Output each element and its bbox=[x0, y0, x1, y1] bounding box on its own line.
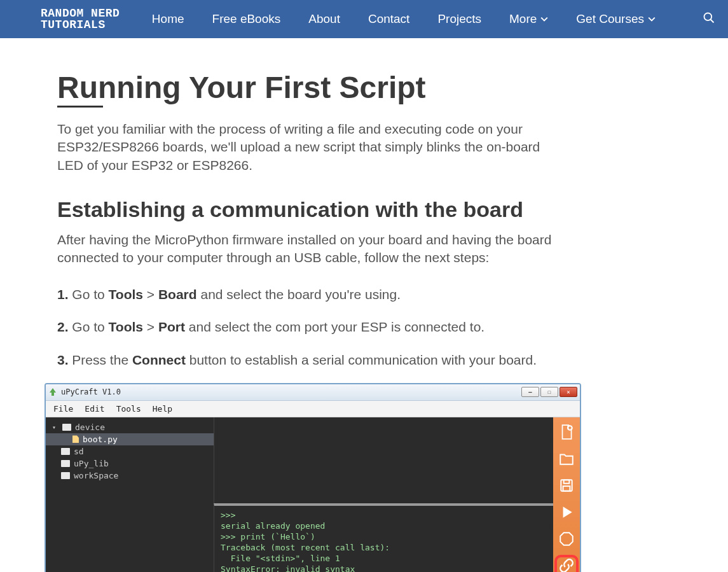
step-number: 2. bbox=[57, 319, 69, 334]
nav-get-courses-label: Get Courses bbox=[576, 12, 644, 26]
svg-rect-5 bbox=[563, 486, 570, 491]
step-2: 2. Go to Tools > Port and select the com… bbox=[57, 317, 671, 336]
step-3: 3. Press the Connect button to establish… bbox=[57, 351, 671, 369]
nav-free-ebooks[interactable]: Free eBooks bbox=[212, 12, 281, 26]
open-file-icon bbox=[558, 450, 575, 469]
step-number: 3. bbox=[57, 352, 69, 367]
chevron-down-icon bbox=[540, 12, 548, 26]
upycraft-app-icon bbox=[48, 387, 57, 396]
intro-paragraph: To get you familiar with the process of … bbox=[57, 120, 553, 174]
folder-icon bbox=[61, 448, 70, 455]
folder-icon bbox=[61, 472, 70, 479]
folder-icon bbox=[62, 424, 71, 431]
nav-get-courses[interactable]: Get Courses bbox=[576, 12, 656, 26]
minimize-button[interactable]: — bbox=[521, 387, 539, 397]
svg-marker-6 bbox=[563, 507, 572, 518]
svg-marker-7 bbox=[560, 533, 573, 546]
nav-home[interactable]: Home bbox=[152, 12, 184, 26]
menu-tools[interactable]: Tools bbox=[116, 404, 141, 414]
nav-about[interactable]: About bbox=[308, 12, 340, 26]
close-button[interactable]: ✕ bbox=[560, 387, 577, 397]
play-icon bbox=[558, 504, 575, 522]
search-icon bbox=[703, 15, 715, 26]
open-file-button[interactable] bbox=[557, 450, 576, 470]
maximize-button[interactable]: ☐ bbox=[540, 387, 558, 397]
heading-establishing-communication: Establishing a communication with the bo… bbox=[57, 197, 671, 222]
save-icon bbox=[558, 477, 575, 496]
brand-line-2: TUTORIALS bbox=[41, 19, 120, 31]
step-1: 1. Go to Tools > Board and select the bo… bbox=[57, 285, 671, 303]
nav-items: Home Free eBooks About Contact Projects … bbox=[152, 11, 696, 27]
chevron-down-icon bbox=[648, 12, 656, 26]
ide-window: uPyCraft V1.0 — ☐ ✕ File Edit Tools Help… bbox=[45, 383, 581, 572]
ide-repl-pane[interactable]: >>> serial already opened >>> print (`He… bbox=[214, 503, 553, 572]
tree-device[interactable]: ▾device bbox=[46, 421, 214, 433]
stop-icon bbox=[558, 531, 575, 549]
new-file-icon bbox=[558, 424, 575, 442]
connect-button[interactable] bbox=[557, 557, 576, 572]
connect-icon bbox=[558, 557, 575, 572]
run-button[interactable] bbox=[557, 504, 576, 523]
tree-upylib[interactable]: uPy_lib bbox=[46, 457, 214, 470]
article-content: Running Your First Script To get you fam… bbox=[57, 38, 671, 572]
heading-running-first-script: Running Your First Script bbox=[57, 70, 671, 105]
search-button[interactable] bbox=[703, 11, 715, 27]
nav-contact[interactable]: Contact bbox=[368, 12, 409, 26]
menu-help[interactable]: Help bbox=[153, 404, 172, 414]
new-file-button[interactable] bbox=[557, 424, 576, 443]
brand-logo[interactable]: RANDOM NERD TUTORIALS bbox=[41, 8, 120, 31]
tree-bootpy[interactable]: boot.py bbox=[46, 433, 214, 445]
step-number: 1. bbox=[57, 287, 69, 302]
python-file-icon bbox=[72, 435, 79, 443]
ide-file-tree: ▾device boot.py sd uPy_lib workSpace bbox=[46, 417, 214, 572]
menu-file[interactable]: File bbox=[53, 404, 73, 414]
ide-toolbar bbox=[553, 417, 580, 572]
tree-workspace[interactable]: workSpace bbox=[46, 470, 214, 482]
menu-edit[interactable]: Edit bbox=[85, 404, 104, 414]
save-button[interactable] bbox=[557, 477, 576, 496]
ide-window-title: uPyCraft V1.0 bbox=[61, 387, 121, 396]
svg-point-0 bbox=[704, 13, 712, 21]
steps-intro-paragraph: After having the MicroPython firmware in… bbox=[57, 231, 553, 267]
repl-output: >>> serial already opened >>> print (`He… bbox=[221, 510, 390, 572]
ide-menubar: File Edit Tools Help bbox=[46, 401, 580, 417]
nav-projects[interactable]: Projects bbox=[437, 12, 481, 26]
brand-line-1: RANDOM NERD bbox=[41, 8, 120, 19]
nav-more-label: More bbox=[509, 12, 537, 26]
ide-titlebar: uPyCraft V1.0 — ☐ ✕ bbox=[46, 384, 580, 401]
tree-sd[interactable]: sd bbox=[46, 445, 214, 457]
svg-line-1 bbox=[711, 20, 714, 23]
svg-rect-4 bbox=[564, 480, 570, 484]
ide-editor-pane[interactable] bbox=[214, 417, 553, 503]
top-nav: RANDOM NERD TUTORIALS Home Free eBooks A… bbox=[0, 0, 728, 38]
folder-icon bbox=[61, 460, 70, 467]
nav-more[interactable]: More bbox=[509, 12, 548, 26]
stop-button[interactable] bbox=[557, 531, 576, 550]
